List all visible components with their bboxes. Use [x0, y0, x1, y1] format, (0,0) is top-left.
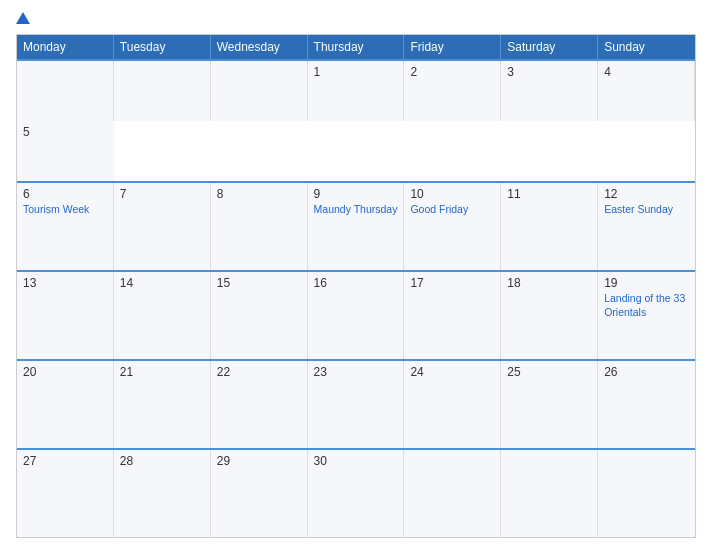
day-number: 5 [23, 125, 108, 139]
day-event: Landing of the 33 Orientals [604, 292, 685, 318]
day-number: 22 [217, 365, 301, 379]
day-number: 24 [410, 365, 494, 379]
day-cell: 19Landing of the 33 Orientals [598, 272, 695, 359]
day-header-friday: Friday [404, 35, 501, 59]
calendar-grid: MondayTuesdayWednesdayThursdayFridaySatu… [16, 34, 696, 538]
day-cell: 12Easter Sunday [598, 183, 695, 270]
day-number: 4 [604, 65, 688, 79]
day-cell: 11 [501, 183, 598, 270]
day-cell: 8 [211, 183, 308, 270]
day-cell: 24 [404, 361, 501, 448]
day-cell: 15 [211, 272, 308, 359]
day-cell: 21 [114, 361, 211, 448]
day-number: 16 [314, 276, 398, 290]
day-header-tuesday: Tuesday [114, 35, 211, 59]
week-row-1: 12345 [17, 59, 695, 181]
day-number: 9 [314, 187, 398, 201]
day-cell: 2 [404, 61, 501, 121]
day-cell [211, 61, 308, 121]
day-number: 14 [120, 276, 204, 290]
day-number: 13 [23, 276, 107, 290]
day-cell: 29 [211, 450, 308, 537]
weeks-container: 123456Tourism Week789Maundy Thursday10Go… [17, 59, 695, 537]
day-number: 15 [217, 276, 301, 290]
day-cell: 3 [501, 61, 598, 121]
day-cell: 5 [17, 121, 114, 181]
day-number: 7 [120, 187, 204, 201]
day-number: 17 [410, 276, 494, 290]
day-cell [114, 61, 211, 121]
day-cell: 22 [211, 361, 308, 448]
day-cell: 1 [308, 61, 405, 121]
day-cell: 30 [308, 450, 405, 537]
day-cell: 28 [114, 450, 211, 537]
day-cell: 26 [598, 361, 695, 448]
day-cell: 9Maundy Thursday [308, 183, 405, 270]
day-number: 18 [507, 276, 591, 290]
day-header-monday: Monday [17, 35, 114, 59]
day-number: 21 [120, 365, 204, 379]
day-number: 6 [23, 187, 107, 201]
day-cell [598, 450, 695, 537]
day-cell: 6Tourism Week [17, 183, 114, 270]
day-number: 29 [217, 454, 301, 468]
day-number: 26 [604, 365, 689, 379]
logo-triangle-icon [16, 12, 30, 24]
logo [16, 12, 32, 24]
day-number: 12 [604, 187, 689, 201]
day-cell [501, 450, 598, 537]
day-cell: 4 [598, 61, 695, 121]
day-number: 3 [507, 65, 591, 79]
day-cell: 25 [501, 361, 598, 448]
day-cell: 10Good Friday [404, 183, 501, 270]
day-event: Good Friday [410, 203, 468, 215]
day-number: 2 [410, 65, 494, 79]
day-headers-row: MondayTuesdayWednesdayThursdayFridaySatu… [17, 35, 695, 59]
day-cell: 14 [114, 272, 211, 359]
day-cell: 16 [308, 272, 405, 359]
day-number: 1 [314, 65, 398, 79]
day-event: Easter Sunday [604, 203, 673, 215]
day-number: 27 [23, 454, 107, 468]
day-cell: 23 [308, 361, 405, 448]
day-event: Maundy Thursday [314, 203, 398, 215]
week-row-5: 27282930 [17, 448, 695, 537]
day-number: 8 [217, 187, 301, 201]
day-cell [17, 61, 114, 121]
logo-blue-text [16, 12, 32, 24]
day-cell: 17 [404, 272, 501, 359]
day-cell: 20 [17, 361, 114, 448]
day-number: 25 [507, 365, 591, 379]
day-number: 20 [23, 365, 107, 379]
day-number: 11 [507, 187, 591, 201]
day-number: 10 [410, 187, 494, 201]
day-number: 23 [314, 365, 398, 379]
day-event: Tourism Week [23, 203, 89, 215]
day-cell: 13 [17, 272, 114, 359]
week-row-3: 13141516171819Landing of the 33 Oriental… [17, 270, 695, 359]
day-header-thursday: Thursday [308, 35, 405, 59]
day-number: 30 [314, 454, 398, 468]
calendar-page: MondayTuesdayWednesdayThursdayFridaySatu… [0, 0, 712, 550]
week-row-2: 6Tourism Week789Maundy Thursday10Good Fr… [17, 181, 695, 270]
day-number: 28 [120, 454, 204, 468]
day-header-wednesday: Wednesday [211, 35, 308, 59]
day-cell: 18 [501, 272, 598, 359]
day-cell: 27 [17, 450, 114, 537]
day-number: 19 [604, 276, 689, 290]
day-header-saturday: Saturday [501, 35, 598, 59]
week-row-4: 20212223242526 [17, 359, 695, 448]
day-header-sunday: Sunday [598, 35, 695, 59]
day-cell [404, 450, 501, 537]
calendar-header [16, 12, 696, 24]
day-cell: 7 [114, 183, 211, 270]
